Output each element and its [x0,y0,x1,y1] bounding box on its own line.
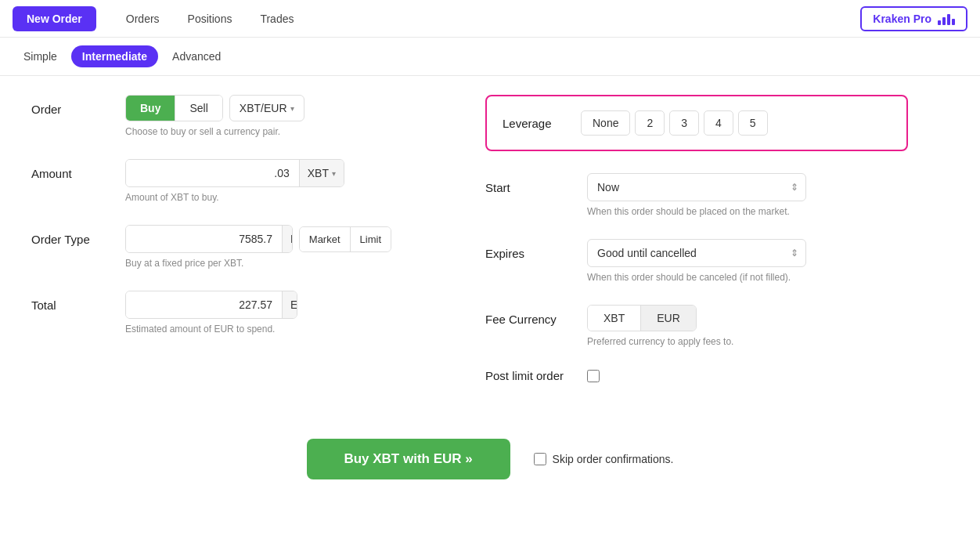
tab-intermediate[interactable]: Intermediate [71,45,158,67]
order-type-hint: Buy at a fixed price per XBT. [125,258,423,269]
order-label: Order [31,95,125,116]
expires-row: Expires Good until cancelled Good till d… [485,239,908,283]
limit-button[interactable]: Limit [350,227,391,251]
amount-currency-tag[interactable]: XBT ▾ [299,160,344,186]
left-column: Order Buy Sell XBT/EUR ▾ Choose to buy o… [31,95,470,404]
buy-button[interactable]: Buy [126,96,175,121]
price-currency-tag: EUR [282,226,293,252]
mode-tabs: Simple Intermediate Advanced [0,38,980,76]
positions-nav-link[interactable]: Positions [174,2,247,36]
expires-select[interactable]: Good until cancelled Good till date Imme… [587,239,806,267]
fee-group: XBT EUR [587,305,697,331]
order-controls: Buy Sell XBT/EUR ▾ [125,95,423,121]
start-row: Start Now At specific time When this ord… [485,173,908,217]
order-field: Buy Sell XBT/EUR ▾ Choose to buy or sell… [125,95,423,137]
post-limit-row: Post limit order [485,369,908,382]
main-content: Order Buy Sell XBT/EUR ▾ Choose to buy o… [0,76,939,423]
price-input[interactable] [126,226,282,252]
fee-currency-field: XBT EUR Preferred currency to apply fees… [587,305,908,347]
leverage-4[interactable]: 4 [704,110,733,136]
kraken-pro-button[interactable]: Kraken Pro [860,6,967,31]
price-group: EUR [125,225,293,253]
leverage-box: Leverage None 2 3 4 5 [485,95,908,151]
leverage-options: None 2 3 4 5 [581,110,768,136]
total-hint: Estimated amount of EUR to spend. [125,324,423,335]
expires-hint: When this order should be canceled (if n… [587,272,908,283]
trades-nav-link[interactable]: Trades [246,2,308,36]
skip-confirm-checkbox[interactable] [534,453,546,465]
skip-confirm-label: Skip order confirmations. [553,453,674,465]
expires-select-wrapper: Good until cancelled Good till date Imme… [587,239,806,267]
fee-xbt-button[interactable]: XBT [588,306,640,331]
amount-group: XBT ▾ [125,159,344,187]
buy-sell-group: Buy Sell [125,95,223,121]
new-order-button[interactable]: New Order [13,6,96,31]
post-limit-checkbox[interactable] [587,370,600,382]
amount-hint: Amount of XBT to buy. [125,192,423,203]
order-row: Order Buy Sell XBT/EUR ▾ Choose to buy o… [31,95,423,137]
orders-nav-link[interactable]: Orders [112,2,174,36]
skip-confirm-group: Skip order confirmations. [534,453,674,465]
post-limit-label: Post limit order [485,369,587,382]
pair-label: XBT/EUR [240,102,287,114]
order-type-label: Order Type [31,225,125,246]
order-hint: Choose to buy or sell a currency pair. [125,126,423,137]
fee-currency-hint: Preferred currency to apply fees to. [587,336,908,347]
tab-simple[interactable]: Simple [13,45,68,67]
leverage-3[interactable]: 3 [669,110,699,136]
tab-advanced[interactable]: Advanced [161,45,232,67]
total-currency-tag: EUR [282,291,297,318]
sell-button[interactable]: Sell [175,96,222,121]
chart-icon [938,13,955,25]
start-label: Start [485,173,587,194]
fee-currency-row: Fee Currency XBT EUR Preferred currency … [485,305,908,347]
expires-label: Expires [485,239,587,260]
amount-currency-caret-icon: ▾ [332,169,336,178]
pair-caret-icon: ▾ [290,104,294,113]
amount-field: XBT ▾ Amount of XBT to buy. [125,159,423,203]
fee-currency-label: Fee Currency [485,305,587,326]
start-select-wrapper: Now At specific time [587,173,806,201]
bottom-section: Buy XBT with EUR » Skip order confirmati… [0,423,980,503]
start-select[interactable]: Now At specific time [587,173,806,201]
buy-submit-button[interactable]: Buy XBT with EUR » [307,439,510,479]
total-label: Total [31,291,125,312]
market-button[interactable]: Market [300,227,350,251]
leverage-label: Leverage [503,117,565,130]
right-column: Leverage None 2 3 4 5 Start Now At speci… [470,95,908,404]
leverage-2[interactable]: 2 [635,110,665,136]
market-limit-group: Market Limit [299,226,391,252]
amount-row: Amount XBT ▾ Amount of XBT to buy. [31,159,423,203]
order-type-row: Order Type EUR Market Limit Buy at a fix… [31,225,423,269]
order-type-group: EUR Market Limit [125,225,391,253]
amount-currency-label: XBT [308,167,329,179]
total-field: EUR Estimated amount of EUR to spend. [125,291,423,335]
amount-input[interactable] [126,160,299,186]
total-input[interactable] [126,291,282,318]
total-group: EUR [125,291,297,319]
expires-field: Good until cancelled Good till date Imme… [587,239,908,283]
leverage-5[interactable]: 5 [738,110,768,136]
total-row: Total EUR Estimated amount of EUR to spe… [31,291,423,335]
order-type-field: EUR Market Limit Buy at a fixed price pe… [125,225,423,269]
kraken-pro-label: Kraken Pro [873,13,931,25]
top-nav: New Order Orders Positions Trades Kraken… [0,0,980,38]
pair-select[interactable]: XBT/EUR ▾ [229,95,304,121]
leverage-none[interactable]: None [581,110,630,136]
start-field: Now At specific time When this order sho… [587,173,908,217]
amount-label: Amount [31,159,125,180]
fee-eur-button[interactable]: EUR [640,306,696,331]
start-hint: When this order should be placed on the … [587,206,908,217]
